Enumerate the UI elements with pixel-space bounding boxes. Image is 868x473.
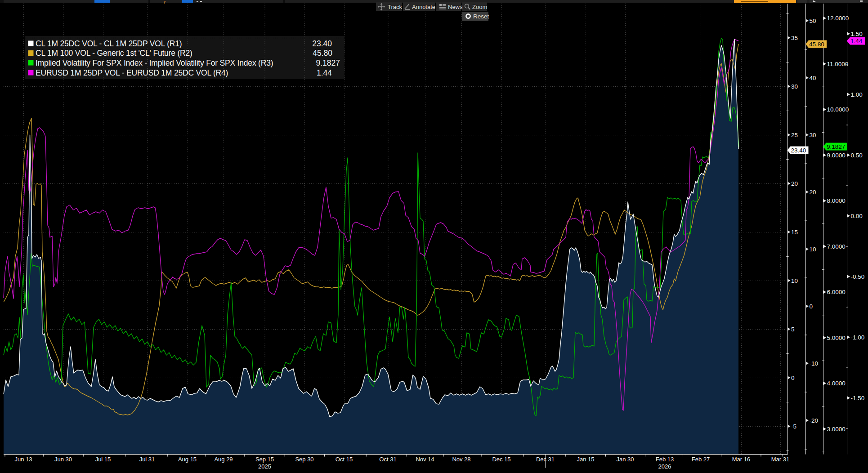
svg-text:0.50: 0.50: [851, 152, 863, 159]
svg-text:-5: -5: [791, 423, 796, 430]
svg-text:0.00: 0.00: [851, 213, 863, 219]
svg-text:Dec 15: Dec 15: [492, 456, 510, 463]
svg-text:Annotate: Annotate: [412, 4, 435, 10]
svg-text:35: 35: [791, 35, 798, 41]
svg-text:1.44: 1.44: [317, 68, 332, 77]
svg-text:23.40: 23.40: [312, 39, 332, 48]
svg-text:Implied Volatility For SPX Ind: Implied Volatility For SPX Index - Impli…: [36, 58, 273, 67]
svg-text:Jan 15: Jan 15: [577, 456, 594, 463]
svg-text:Reset: Reset: [473, 13, 489, 20]
svg-text:4.0000: 4.0000: [827, 380, 846, 387]
svg-text:20: 20: [791, 180, 798, 187]
svg-text:EURUSD 1M 25DP VOL - EURUSD 1M: EURUSD 1M 25DP VOL - EURUSD 1M 25DC VOL …: [36, 68, 228, 77]
svg-text:7.0000: 7.0000: [827, 243, 846, 250]
svg-text:0: 0: [791, 375, 795, 381]
svg-text:CL 1M 25DC VOL - CL 1M 25DP VO: CL 1M 25DC VOL - CL 1M 25DP VOL (R1): [36, 39, 182, 48]
svg-text:1.44: 1.44: [850, 38, 863, 45]
svg-text:Mar 31: Mar 31: [771, 456, 789, 463]
svg-text:11.0000: 11.0000: [827, 61, 849, 67]
svg-text:20: 20: [810, 189, 816, 196]
svg-text:Oct 15: Oct 15: [336, 456, 353, 463]
svg-text:y: y: [164, 0, 166, 4]
svg-text:9.1827: 9.1827: [827, 143, 845, 150]
svg-text:CL 1M 100 VOL - Generic 1st 'C: CL 1M 100 VOL - Generic 1st 'CL' Future …: [36, 49, 192, 58]
svg-text:3.0000: 3.0000: [827, 426, 846, 433]
svg-text:Jun 13: Jun 13: [14, 456, 32, 463]
svg-text:45.80: 45.80: [809, 41, 824, 48]
svg-text:6.0000: 6.0000: [827, 289, 846, 295]
svg-text:Sep 30: Sep 30: [295, 456, 313, 463]
svg-text:45.80: 45.80: [313, 49, 332, 58]
svg-text:Mar 16: Mar 16: [732, 456, 750, 463]
svg-text:Sep 15: Sep 15: [255, 456, 274, 463]
svg-text:Nov 28: Nov 28: [452, 456, 470, 463]
svg-text:30: 30: [791, 83, 798, 90]
svg-text:50: 50: [810, 18, 816, 24]
svg-text:-20: -20: [810, 417, 819, 424]
svg-text:25: 25: [791, 132, 798, 138]
svg-text:2025: 2025: [258, 463, 271, 470]
svg-text:Aug 29: Aug 29: [214, 456, 233, 463]
svg-text:10: 10: [810, 246, 816, 253]
svg-text:15: 15: [791, 229, 798, 236]
svg-text:1.50: 1.50: [851, 31, 863, 37]
svg-text:40: 40: [810, 75, 816, 81]
svg-text:Jun 30: Jun 30: [54, 456, 72, 463]
svg-text:Feb 27: Feb 27: [692, 456, 710, 463]
svg-text:-1.00: -1.00: [851, 334, 865, 341]
svg-text:Track: Track: [388, 4, 403, 10]
svg-text:9.0000: 9.0000: [827, 152, 846, 159]
svg-text:Feb 13: Feb 13: [656, 456, 674, 463]
svg-text:10: 10: [791, 277, 798, 284]
svg-text:2026: 2026: [658, 463, 671, 470]
svg-text:Dec 31: Dec 31: [536, 456, 555, 463]
svg-text:0: 0: [810, 303, 813, 310]
svg-text:12.0000: 12.0000: [827, 15, 849, 22]
svg-text:5: 5: [791, 326, 795, 333]
svg-text:Zoom: Zoom: [472, 4, 487, 10]
svg-text:5.0000: 5.0000: [827, 335, 846, 341]
svg-text:-0.50: -0.50: [851, 273, 865, 280]
svg-text:Jul 15: Jul 15: [95, 456, 111, 463]
svg-text:Oct 31: Oct 31: [379, 456, 396, 463]
svg-text:23.40: 23.40: [791, 147, 806, 154]
svg-text:1.00: 1.00: [851, 91, 863, 98]
svg-text:Jan 30: Jan 30: [616, 456, 634, 463]
svg-text:10.0000: 10.0000: [827, 106, 849, 113]
svg-text:-1.50: -1.50: [851, 395, 865, 402]
svg-text:-10: -10: [810, 360, 819, 367]
svg-text:Nov 14: Nov 14: [416, 456, 434, 463]
svg-text:Jul 31: Jul 31: [139, 456, 155, 463]
svg-text:Aug 15: Aug 15: [178, 456, 197, 463]
svg-text:8.0000: 8.0000: [827, 197, 846, 204]
svg-text:News: News: [448, 4, 463, 10]
svg-text:30: 30: [810, 132, 816, 138]
svg-text:9.1827: 9.1827: [316, 58, 340, 67]
